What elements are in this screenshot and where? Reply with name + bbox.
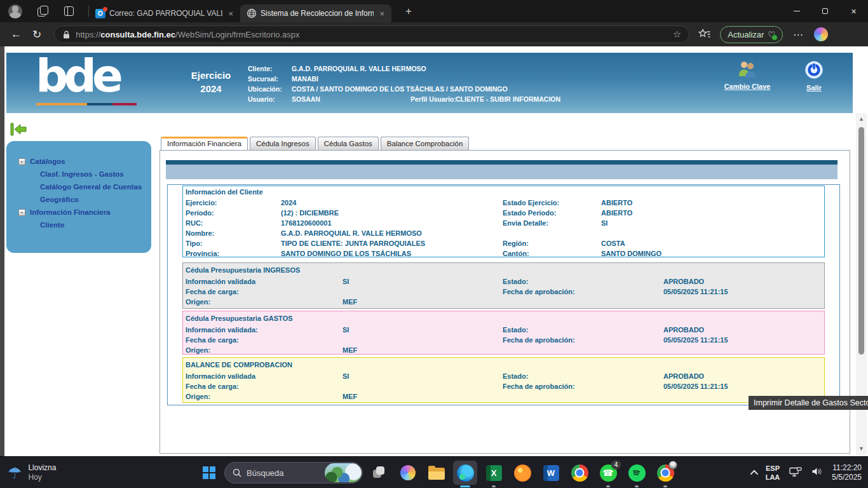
minimize-button[interactable] [782,0,811,22]
start-button[interactable] [198,461,220,485]
web-page: bde Ejercicio 2024 Cliente: G.A.D. PARRO… [0,46,868,456]
folder-icon [428,468,445,480]
collapse-icon[interactable]: - [18,209,25,216]
weather-day: Hoy [28,473,56,482]
collapse-menu-arrow-icon[interactable] [10,122,27,139]
workspaces-icon[interactable] [37,6,48,17]
salir-link[interactable]: Salir [789,60,839,92]
usuario-label: Usuario: [248,94,292,104]
copilot-icon[interactable] [814,27,828,41]
sidebar-item-clasf-ingresos-gastos[interactable]: Clasf. Ingresos - Gastos [18,168,151,180]
users-icon [736,60,759,78]
word-icon: W [543,465,559,481]
lock-icon[interactable] [63,30,70,39]
new-tab-button[interactable]: + [400,5,417,18]
volume-icon[interactable] [811,467,822,478]
copilot-taskbar-button[interactable] [396,461,420,485]
tray-date: 5/5/2025 [832,473,862,482]
tab-actions-icon[interactable] [64,6,74,17]
search-icon [233,468,241,477]
excel-icon: X [486,465,502,481]
ubicacion-label: Ubicación: [248,84,292,94]
actualizar-button[interactable]: Actualizar ♡ [720,26,783,43]
favorites-icon[interactable] [698,29,711,40]
usuario-value: SOSAAN [292,94,410,104]
whatsapp-button[interactable]: ☎4 [596,461,620,485]
sidebar-menu: - Catálogos Clasf. Ingresos - Gastos Cat… [6,141,151,253]
back-button[interactable]: ← [11,28,22,41]
network-icon[interactable] [789,467,802,479]
browser-tab-sistema[interactable]: Sistema de Recoleccion de Inform × [240,4,391,22]
firefox-button[interactable] [510,461,534,485]
salir-label: Salir [789,84,839,92]
section-title: Cédula Presupuestaria INGRESOS [183,263,824,276]
profile-avatar-icon[interactable] [8,4,22,18]
url-bar[interactable]: https://consulta.bde.fin.ec/WebSim/Login… [54,25,689,43]
window-controls: × [782,0,868,22]
tab-balance-comprobacion[interactable]: Balance Comprobación [381,137,470,150]
weather-condition: Llovizna [28,463,56,473]
bookmark-star-icon[interactable]: ☆ [673,29,681,40]
sidebar-item-catalogos[interactable]: - Catálogos [18,155,151,168]
cambio-clave-link[interactable]: Cambio Clave [712,60,782,90]
content-panel: Información del Cliente Ejercicio:2024Es… [159,150,850,454]
scrollbar-up-icon[interactable]: ▲ [856,114,867,124]
taskbar-search[interactable]: Búsqueda [224,462,363,484]
sidebar-item-geografico[interactable]: Geográfico [18,193,151,206]
umbrella-icon: ☂ [8,464,22,482]
client-info-box: Información del Cliente Ejercicio:2024Es… [182,186,825,257]
language-indicator[interactable]: ESP LAA [766,464,780,482]
search-placeholder: Búsqueda [247,468,325,478]
client-summary: Cliente: G.A.D. PARROQUIAL R. VALLE HERM… [248,64,560,104]
ejercicio-title: Ejercicio 2024 [179,69,243,95]
file-explorer-button[interactable] [424,461,449,485]
browser-tab-correo[interactable]: O Correo: GAD PARROQUIAL VALLE × [89,4,240,22]
page-left-edge [0,46,4,456]
ubicacion-value: COSTA / SANTO DOMINGO DE LOS TSÁCHILAS /… [292,84,560,94]
chrome-icon [571,464,588,482]
cliente-value: G.A.D. PARROQUIAL R. VALLE HERMOSO [292,64,560,74]
profile-badge-icon [668,461,677,470]
search-highlight-image[interactable] [325,463,362,482]
weather-widget[interactable]: ☂ Llovizna Hoy [8,457,56,488]
collapse-icon[interactable]: - [18,158,25,165]
chrome-profile-button[interactable] [653,461,677,485]
scrollbar-thumb[interactable] [858,127,864,355]
edge-button[interactable] [453,461,477,485]
word-button[interactable]: W [539,461,563,485]
clock[interactable]: 11:22:20 5/5/2025 [832,463,862,482]
perfil-value: CLIENTE - SUBIR INFORMACION [456,94,560,104]
url-scheme: https:// [76,30,100,39]
close-window-button[interactable]: × [839,0,868,22]
excel-button[interactable]: X [482,461,506,485]
browser-addressbar: ← ↻ https://consulta.bde.fin.ec/WebSim/L… [0,22,868,46]
tooltip-imprimir-gastos-sector: Imprimir Detalle de Gastos Sector [749,396,868,410]
chrome-button[interactable] [567,461,592,485]
tray-time: 11:22:20 [832,463,862,473]
refresh-button[interactable]: ↻ [32,28,41,41]
sidebar-item-informacion-financiera[interactable]: - Información Financiera [18,206,151,219]
close-tab-icon[interactable]: × [377,9,386,18]
panel-header-bar [166,160,837,179]
section-title: Cédula Presupuestaria GASTOS [183,311,824,325]
tray-chevron-icon[interactable] [750,470,758,478]
whatsapp-badge: 4 [611,460,621,470]
spotify-button[interactable] [625,461,649,485]
firefox-icon [514,464,531,482]
task-view-icon [373,466,386,479]
tab-cedula-gastos[interactable]: Cédula Gastos [318,137,379,150]
close-tab-icon[interactable]: × [226,9,235,18]
tab-cedula-ingresos[interactable]: Cédula Ingresos [250,137,316,150]
url-host: consulta.bde.fin.ec [100,30,175,39]
scrollbar-down-icon[interactable]: ▼ [856,444,867,454]
bde-logo: bde [36,49,119,102]
sidebar-item-catalogo-general[interactable]: Catálogo General de Cuentas [18,180,151,193]
sidebar-item-cliente[interactable]: Cliente [18,219,151,231]
more-menu-icon[interactable]: ⋯ [793,29,804,41]
restore-button[interactable] [811,0,839,22]
spotify-icon [628,464,646,482]
tab-informacion-financiera[interactable]: Información Financiera [161,137,248,150]
perfil-label: Perfil Usuario: [410,94,456,104]
actualizar-label: Actualizar [728,30,764,39]
task-view-button[interactable] [367,461,391,485]
